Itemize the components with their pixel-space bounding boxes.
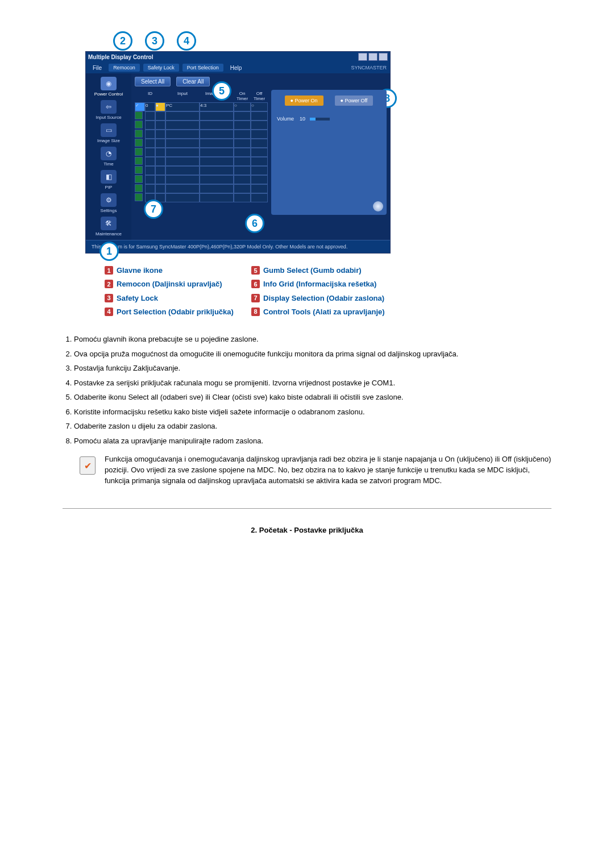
power-on-button[interactable]: ● Power On bbox=[285, 95, 323, 106]
display-selection-row[interactable] bbox=[135, 111, 265, 121]
sidebar: ◉ Power Control ⇦ Input Source ▭ Image S… bbox=[86, 73, 131, 240]
grid-cell-chk: ✓ bbox=[135, 102, 145, 111]
display-selection-row[interactable] bbox=[135, 121, 265, 130]
legend-number: 6 bbox=[251, 280, 260, 288]
legend-number: 8 bbox=[251, 308, 260, 316]
clear-all-button[interactable]: Clear All bbox=[176, 77, 210, 86]
explanation-item: Odaberite zaslon u dijelu za odabir zasl… bbox=[74, 421, 551, 432]
explanation-item: Postavke za serijski priključak računala… bbox=[74, 377, 551, 389]
grid-header-id: ID bbox=[145, 90, 155, 102]
menu-safety-lock[interactable]: Safety Lock bbox=[143, 64, 179, 72]
sidebar-item-power[interactable]: ◉ Power Control bbox=[91, 77, 126, 97]
legend-number: 3 bbox=[105, 294, 113, 302]
settings-icon: ⚙ bbox=[101, 193, 117, 207]
power-off-button[interactable]: ● Power Off bbox=[335, 95, 374, 106]
grid-row[interactable]: ✓ 0 ● PC 4:3 ○ ○ bbox=[135, 102, 265, 111]
volume-control: Volume 10 bbox=[277, 116, 381, 122]
callout-6: 6 bbox=[245, 214, 264, 233]
mdc-window: 2 3 4 5 8 7 6 1 Multiple Display Control… bbox=[85, 51, 391, 254]
power-icon: ◉ bbox=[101, 77, 117, 90]
grid-cell-input: PC bbox=[165, 102, 200, 111]
grid-header-row: ID Input Image Size On Timer Off Timer bbox=[135, 90, 265, 102]
menu-help[interactable]: Help bbox=[227, 64, 246, 72]
section-heading: 2. Početak - Postavke priključka bbox=[63, 526, 551, 534]
legend-text: Display Selection (Odabir zaslona) bbox=[263, 294, 384, 303]
pip-icon: ◧ bbox=[101, 170, 117, 184]
legend-text: Safety Lock bbox=[117, 294, 158, 303]
legend: 1 Glavne ikone 5 Gumb Select (Gumb odabi… bbox=[105, 266, 551, 317]
legend-item-3: 3 Safety Lock bbox=[105, 294, 247, 303]
explanation-list: Pomoću glavnih ikona prebacujte se u poj… bbox=[63, 334, 551, 446]
callout-3: 3 bbox=[145, 31, 164, 51]
callout-1: 1 bbox=[99, 242, 119, 261]
callout-2: 2 bbox=[113, 31, 132, 51]
grid-header-x bbox=[155, 90, 165, 102]
explanation-item: Pomoću alata za upravljanje manipulirajt… bbox=[74, 435, 551, 447]
display-selection-row[interactable] bbox=[135, 175, 265, 184]
app-footer-note: This Program is for Samsung SyncMaster 4… bbox=[86, 240, 390, 253]
legend-number: 7 bbox=[251, 294, 260, 302]
separator bbox=[63, 508, 551, 509]
display-selection-row[interactable] bbox=[135, 166, 265, 175]
grid-header-offtimer: Off Timer bbox=[251, 90, 268, 102]
maximize-icon[interactable] bbox=[368, 53, 377, 61]
legend-item-7: 7 Display Selection (Odabir zaslona) bbox=[251, 294, 410, 303]
legend-text: Port Selection (Odabir priključka) bbox=[117, 308, 234, 317]
maintenance-icon: 🛠 bbox=[101, 217, 117, 230]
window-controls bbox=[358, 53, 388, 61]
scroll-knob[interactable] bbox=[373, 201, 383, 211]
legend-text: Control Tools (Alati za upravljanje) bbox=[263, 308, 385, 317]
sidebar-item-label: PIP bbox=[91, 185, 126, 190]
volume-slider[interactable] bbox=[310, 118, 330, 121]
explanation-item: Pomoću glavnih ikona prebacujte se u poj… bbox=[74, 334, 551, 345]
legend-text: Info Grid (Informacijska rešetka) bbox=[263, 280, 376, 289]
grid-cell-ontimer: ○ bbox=[234, 102, 251, 111]
legend-item-5: 5 Gumb Select (Gumb odabir) bbox=[251, 266, 410, 275]
select-all-button[interactable]: Select All bbox=[135, 77, 171, 86]
sidebar-item-input[interactable]: ⇦ Input Source bbox=[91, 100, 126, 120]
legend-number: 4 bbox=[105, 308, 113, 316]
display-selection-row[interactable] bbox=[135, 184, 265, 193]
menu-port-selection[interactable]: Port Selection bbox=[182, 64, 223, 72]
grid-header-chk bbox=[135, 90, 145, 102]
power-on-label: Power On bbox=[295, 98, 318, 103]
sidebar-item-pip[interactable]: ◧ PIP bbox=[91, 170, 126, 190]
callout-5: 5 bbox=[212, 81, 231, 101]
sidebar-item-label: Settings bbox=[91, 208, 126, 213]
sidebar-item-maintenance[interactable]: 🛠 Maintenance bbox=[91, 217, 126, 236]
grid-cell-status: ● bbox=[155, 102, 165, 111]
display-selection-row[interactable] bbox=[135, 157, 265, 166]
grid-cell-offtimer: ○ bbox=[251, 102, 268, 111]
menu-file[interactable]: File bbox=[89, 64, 105, 72]
minimize-icon[interactable] bbox=[358, 53, 367, 61]
menubar: File Remocon Safety Lock Port Selection … bbox=[86, 62, 390, 73]
sidebar-item-imagesize[interactable]: ▭ Image Size bbox=[91, 123, 126, 143]
time-icon: ◔ bbox=[101, 147, 117, 160]
explanation-item: Ova opcija pruža mogućnost da omogućite … bbox=[74, 348, 551, 360]
callout-4: 4 bbox=[177, 31, 196, 51]
menu-remocon[interactable]: Remocon bbox=[109, 64, 140, 72]
legend-item-6: 6 Info Grid (Informacijska rešetka) bbox=[251, 280, 410, 289]
window-title: Multiple Display Control bbox=[88, 54, 153, 60]
sidebar-item-label: Image Size bbox=[91, 138, 126, 143]
sidebar-item-label: Maintenance bbox=[91, 231, 126, 236]
display-selection-row[interactable] bbox=[135, 148, 265, 157]
volume-value: 10 bbox=[300, 116, 305, 122]
display-selection-row[interactable] bbox=[135, 139, 265, 148]
display-selection-row[interactable] bbox=[135, 130, 265, 139]
legend-text: Remocon (Daljinski upravljač) bbox=[117, 280, 222, 289]
note-text: Funkcija omogućavanja i onemogućavanja d… bbox=[105, 454, 551, 487]
sidebar-item-time[interactable]: ◔ Time bbox=[91, 147, 126, 167]
window-titlebar: Multiple Display Control bbox=[86, 52, 390, 62]
control-tools-panel: ● Power On ● Power Off Volume 10 bbox=[271, 90, 387, 215]
callout-7: 7 bbox=[144, 200, 163, 219]
grid-cell-imagesize: 4:3 bbox=[200, 102, 234, 111]
legend-number: 1 bbox=[105, 266, 113, 275]
image-size-icon: ▭ bbox=[101, 123, 117, 137]
sidebar-item-settings[interactable]: ⚙ Settings bbox=[91, 193, 126, 213]
close-icon[interactable] bbox=[379, 53, 388, 61]
legend-item-2: 2 Remocon (Daljinski upravljač) bbox=[105, 280, 247, 289]
explanation-item: Odaberite ikonu Select all (odaberi sve)… bbox=[74, 392, 551, 403]
sidebar-item-label: Power Control bbox=[91, 92, 126, 97]
legend-item-8: 8 Control Tools (Alati za upravljanje) bbox=[251, 308, 410, 317]
